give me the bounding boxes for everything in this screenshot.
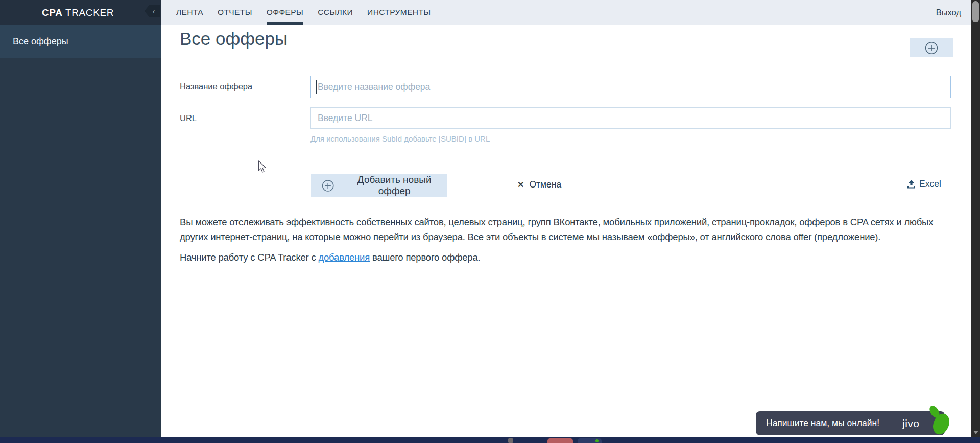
close-icon: ✕ <box>517 180 524 190</box>
mouse-cursor <box>258 160 267 174</box>
add-new-offer-button[interactable]: Добавить новый оффер <box>311 174 447 197</box>
add-first-offer-link[interactable]: добавления <box>318 252 370 263</box>
logout-link[interactable]: Выход <box>936 0 961 25</box>
jivo-logo: jivo <box>902 417 920 430</box>
scrollbar-track[interactable] <box>971 0 980 437</box>
tab-otchety[interactable]: ОТЧЕТЫ <box>218 0 252 25</box>
sidebar-header: CPA TRACKER ‹ <box>0 0 161 25</box>
text-caret <box>316 80 317 94</box>
jivo-chat-widget[interactable]: Напишите нам, мы онлайн! jivo <box>756 411 945 435</box>
sidebar-collapse-button[interactable]: ‹ <box>145 5 160 17</box>
app-logo: CPA TRACKER <box>0 7 114 18</box>
sidebar-empty-area <box>0 58 161 437</box>
taskbar-green-dot <box>595 439 599 442</box>
sidebar-item-all-offers[interactable]: Все офферы <box>0 25 161 58</box>
url-label: URL <box>180 113 197 123</box>
logo-rest: TRACKER <box>63 7 114 18</box>
cancel-button[interactable]: ✕ Отмена <box>517 179 561 190</box>
excel-export-button[interactable]: Excel <box>907 179 941 190</box>
sidebar: CPA TRACKER ‹ Все офферы <box>0 0 161 437</box>
nav-tabs: ЛЕНТА ОТЧЕТЫ ОФФЕРЫ ССЫЛКИ ИНСТРУМЕНТЫ <box>161 0 971 25</box>
jivo-leaf-icon <box>927 403 950 436</box>
start-text-after: вашего первого оффера. <box>370 252 480 263</box>
excel-label: Excel <box>919 179 941 190</box>
offer-name-input[interactable] <box>310 76 951 98</box>
offer-url-input[interactable] <box>310 107 951 129</box>
page-title: Все офферы <box>180 29 288 49</box>
tab-instrumenty[interactable]: ИНСТРУМЕНТЫ <box>367 0 431 25</box>
taskbar-blue-button <box>578 438 602 443</box>
getting-started-text: Начните работу с CPA Tracker с добавлени… <box>180 252 480 263</box>
offer-name-label: Название оффера <box>180 82 252 91</box>
taskbar-app-icon <box>508 438 513 443</box>
add-new-offer-label: Добавить новый оффер <box>341 174 447 197</box>
start-text-before: Начните работу с CPA Tracker с <box>180 252 318 263</box>
scrollbar-down-arrow[interactable] <box>971 429 980 436</box>
circle-plus-icon <box>322 179 334 192</box>
offers-description: Вы можете отслеживать эффективность собс… <box>180 215 935 244</box>
chevron-left-icon: ‹ <box>153 7 155 15</box>
scrollbar-thumb[interactable] <box>972 1 979 22</box>
tab-lenta[interactable]: ЛЕНТА <box>176 0 203 25</box>
tab-ssylki[interactable]: ССЫЛКИ <box>318 0 353 25</box>
cancel-label: Отмена <box>529 179 561 190</box>
chat-message: Напишите нам, мы онлайн! <box>756 418 879 429</box>
taskbar-red-button <box>547 438 573 443</box>
circle-plus-icon <box>925 41 938 55</box>
top-navigation: ЛЕНТА ОТЧЕТЫ ОФФЕРЫ ССЫЛКИ ИНСТРУМЕНТЫ В… <box>161 0 971 25</box>
add-offer-button[interactable] <box>910 38 953 57</box>
subid-hint: Для использования SubId добавьте [SUBID]… <box>310 134 490 143</box>
tab-offery[interactable]: ОФФЕРЫ <box>267 0 303 25</box>
taskbar-sliver <box>0 437 980 443</box>
upload-icon <box>907 180 916 189</box>
app-window: CPA TRACKER ‹ Все офферы ЛЕНТА ОТЧЕТЫ ОФ… <box>0 0 980 443</box>
logo-bold: CPA <box>42 7 63 18</box>
